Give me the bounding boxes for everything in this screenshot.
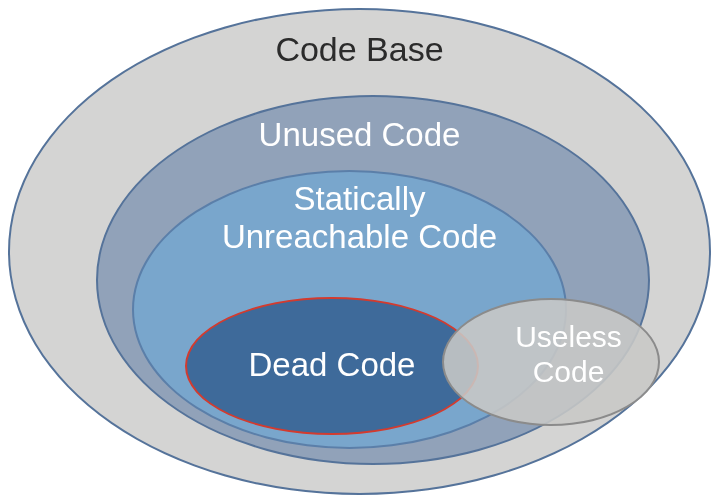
label-code-base: Code Base xyxy=(0,30,719,69)
label-useless-code: Useless Code xyxy=(471,320,666,389)
label-statically-unreachable: Statically Unreachable Code xyxy=(0,180,719,256)
label-dead-code: Dead Code xyxy=(185,346,479,384)
label-unused-code: Unused Code xyxy=(0,116,719,154)
diagram-canvas: Code Base Unused Code Statically Unreach… xyxy=(0,0,719,503)
